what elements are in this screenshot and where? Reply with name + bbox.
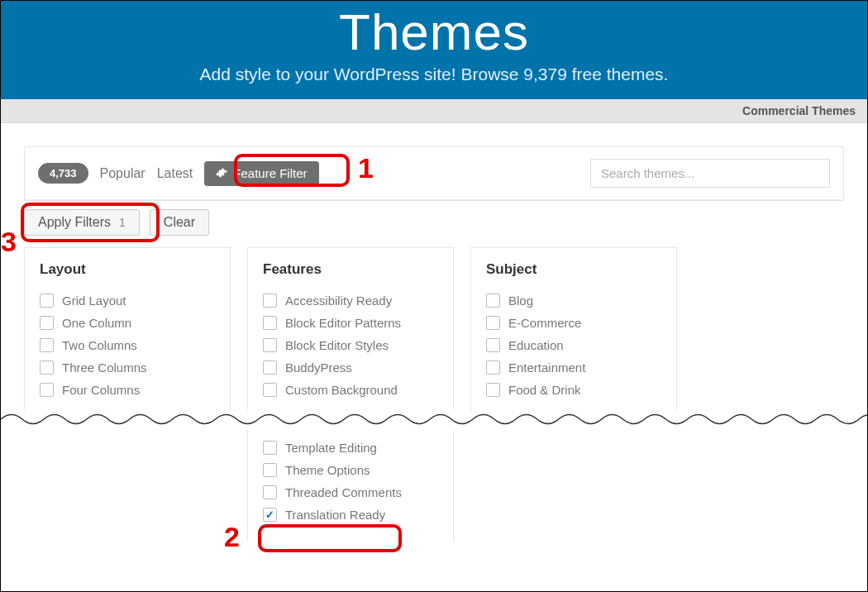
subject-option-label: Food & Drink bbox=[508, 383, 581, 397]
layout-option[interactable]: Grid Layout bbox=[40, 289, 215, 312]
lower-panel: Template EditingTheme OptionsThreaded Co… bbox=[24, 430, 844, 541]
features-option[interactable]: Translation Ready bbox=[263, 504, 438, 526]
layout-option[interactable]: Four Columns bbox=[40, 379, 215, 401]
checkbox-icon[interactable] bbox=[486, 383, 500, 397]
apply-filters-count: 1 bbox=[119, 216, 126, 229]
clear-filters-label: Clear bbox=[164, 215, 195, 230]
checkbox-icon[interactable] bbox=[263, 360, 277, 375]
filter-columns: Layout Grid LayoutOne ColumnTwo ColumnsT… bbox=[24, 247, 844, 412]
features-option-label: Custom Background bbox=[285, 383, 398, 397]
features-option-label: BuddyPress bbox=[285, 360, 352, 375]
col-features-title: Features bbox=[263, 261, 438, 278]
layout-option-label: Four Columns bbox=[62, 383, 140, 397]
col-layout: Layout Grid LayoutOne ColumnTwo ColumnsT… bbox=[24, 247, 231, 412]
checkbox-icon[interactable] bbox=[263, 441, 277, 455]
features-option[interactable]: Theme Options bbox=[263, 459, 438, 481]
checkbox-icon[interactable] bbox=[263, 383, 277, 397]
checkbox-icon[interactable] bbox=[263, 294, 277, 308]
features-option-label: Block Editor Patterns bbox=[285, 316, 401, 330]
layout-option[interactable]: Three Columns bbox=[40, 356, 215, 379]
features-option-label: Accessibility Ready bbox=[285, 294, 392, 308]
subject-option[interactable]: Entertainment bbox=[486, 356, 661, 379]
page-title: Themes bbox=[1, 1, 867, 61]
layout-option-label: One Column bbox=[62, 316, 131, 330]
features-option[interactable]: Threaded Comments bbox=[263, 481, 438, 504]
checkbox-icon[interactable] bbox=[263, 338, 277, 352]
theme-count-pill: 4,733 bbox=[38, 163, 88, 184]
checkbox-icon[interactable] bbox=[40, 360, 54, 375]
subject-option-label: Entertainment bbox=[508, 360, 585, 375]
features-option[interactable]: Template Editing bbox=[263, 437, 438, 459]
checkbox-icon[interactable] bbox=[263, 316, 277, 330]
checkbox-icon[interactable] bbox=[486, 360, 500, 375]
gear-icon bbox=[216, 167, 227, 179]
hero: Themes Add style to your WordPress site!… bbox=[1, 1, 867, 99]
subject-option[interactable]: Food & Drink bbox=[486, 379, 661, 401]
layout-option-label: Three Columns bbox=[62, 360, 147, 375]
checkbox-icon[interactable] bbox=[486, 338, 500, 352]
layout-option-label: Grid Layout bbox=[62, 294, 126, 308]
checkbox-icon[interactable] bbox=[486, 316, 500, 330]
layout-option[interactable]: Two Columns bbox=[40, 334, 215, 356]
layout-option[interactable]: One Column bbox=[40, 312, 215, 334]
layout-option-label: Two Columns bbox=[62, 338, 137, 352]
checkbox-icon[interactable] bbox=[263, 508, 277, 522]
subject-option[interactable]: E-Commerce bbox=[486, 312, 661, 334]
tab-popular[interactable]: Popular bbox=[100, 166, 145, 181]
feature-filter-button[interactable]: Feature Filter bbox=[204, 161, 318, 186]
features-option-label: Threaded Comments bbox=[285, 485, 402, 499]
checkbox-icon[interactable] bbox=[40, 383, 54, 397]
search-input[interactable] bbox=[590, 159, 830, 188]
subnav: Commercial Themes bbox=[1, 99, 867, 123]
checkbox-icon[interactable] bbox=[40, 316, 54, 330]
col-subject-title: Subject bbox=[486, 261, 661, 278]
apply-filters-label: Apply Filters bbox=[38, 215, 111, 230]
checkbox-icon[interactable] bbox=[263, 463, 277, 477]
checkbox-icon[interactable] bbox=[263, 485, 277, 499]
features-option[interactable]: BuddyPress bbox=[263, 356, 438, 379]
features-option-label: Theme Options bbox=[285, 463, 370, 477]
features-option-label: Block Editor Styles bbox=[285, 338, 389, 352]
features-option-label: Translation Ready bbox=[285, 508, 385, 522]
app-frame: Themes Add style to your WordPress site!… bbox=[0, 0, 868, 592]
col-layout-title: Layout bbox=[40, 261, 215, 278]
features-option[interactable]: Block Editor Patterns bbox=[263, 312, 438, 334]
torn-separator bbox=[1, 410, 867, 428]
feature-filter-label: Feature Filter bbox=[233, 166, 307, 180]
commercial-themes-link[interactable]: Commercial Themes bbox=[742, 104, 856, 117]
subject-option-label: E-Commerce bbox=[508, 316, 581, 330]
toolbar: 4,733 Popular Latest Feature Filter 1 bbox=[25, 147, 843, 200]
subject-option-label: Education bbox=[508, 338, 564, 352]
features-option[interactable]: Accessibility Ready bbox=[263, 289, 438, 312]
col-features-continued: Template EditingTheme OptionsThreaded Co… bbox=[247, 430, 454, 541]
col-subject: Subject BlogE-CommerceEducationEntertain… bbox=[470, 247, 677, 412]
features-option[interactable]: Custom Background bbox=[263, 379, 438, 401]
filters-bar: Apply Filters 1 Clear bbox=[24, 201, 844, 247]
subject-option[interactable]: Education bbox=[486, 334, 661, 356]
col-features: Features Accessibility ReadyBlock Editor… bbox=[247, 247, 454, 412]
checkbox-icon[interactable] bbox=[40, 294, 54, 308]
features-option[interactable]: Block Editor Styles bbox=[263, 334, 438, 356]
checkbox-icon[interactable] bbox=[486, 294, 500, 308]
annotation-number-2: 2 bbox=[224, 521, 240, 553]
annotation-number-1: 1 bbox=[358, 152, 374, 184]
features-option-label: Template Editing bbox=[285, 441, 377, 455]
subject-option[interactable]: Blog bbox=[486, 289, 661, 312]
themes-card: 4,733 Popular Latest Feature Filter 1 bbox=[24, 146, 844, 201]
clear-filters-button[interactable]: Clear bbox=[150, 209, 209, 236]
checkbox-icon[interactable] bbox=[40, 338, 54, 352]
tab-latest[interactable]: Latest bbox=[157, 166, 193, 181]
page-subtitle: Add style to your WordPress site! Browse… bbox=[1, 64, 867, 84]
annotation-number-3: 3 bbox=[1, 226, 17, 258]
apply-filters-button[interactable]: Apply Filters 1 bbox=[24, 209, 140, 236]
subject-option-label: Blog bbox=[508, 294, 533, 308]
